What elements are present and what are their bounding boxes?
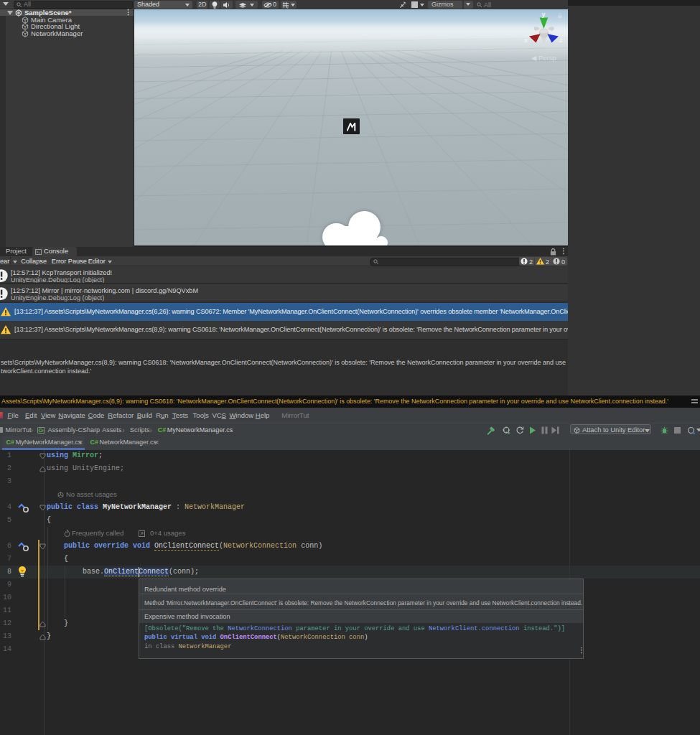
svg-text:y: y [542,11,546,18]
svg-text:#: # [42,429,44,433]
svg-text:z: z [559,37,563,44]
svg-text:x: x [524,37,528,44]
